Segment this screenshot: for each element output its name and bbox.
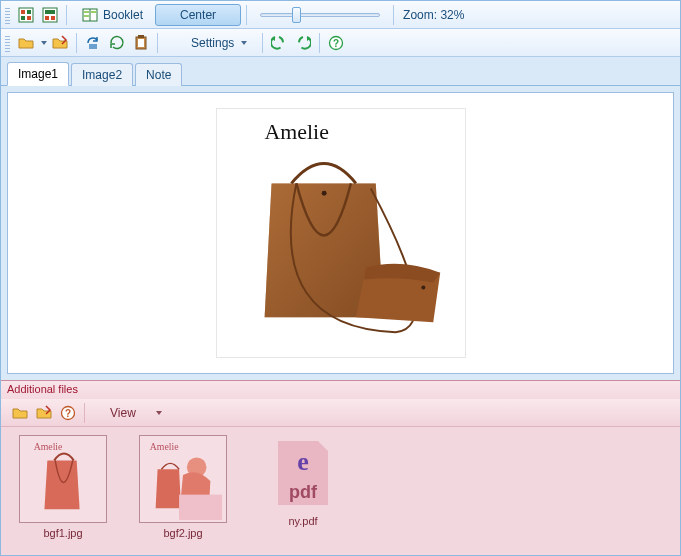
file-thumb[interactable]: e pdf ny.pdf <box>249 435 357 547</box>
content-area: Amelie <box>1 86 680 380</box>
separator <box>393 5 394 25</box>
thumbnail-image: Amelie <box>19 435 107 523</box>
pdf-icon: e pdf <box>271 435 335 511</box>
svg-rect-14 <box>89 44 97 49</box>
file-thumb[interactable]: Amelie bgf1.jpg <box>9 435 117 547</box>
additional-toolbar: ? View <box>1 399 680 427</box>
brand-logo: Amelie <box>264 120 328 144</box>
svg-rect-1 <box>21 10 25 14</box>
refresh-cw-button[interactable] <box>292 32 314 54</box>
svg-rect-6 <box>45 10 55 14</box>
tab-label: Note <box>146 68 171 82</box>
svg-rect-13 <box>84 15 89 17</box>
separator <box>66 5 67 25</box>
zoom-slider-thumb[interactable] <box>292 7 301 23</box>
center-button[interactable]: Center <box>155 4 241 26</box>
add-open-folder-alt-button[interactable] <box>33 402 55 424</box>
separator <box>246 5 247 25</box>
file-thumb[interactable]: Amelie bgf2.jpg <box>129 435 237 547</box>
svg-text:Amelie: Amelie <box>150 441 179 452</box>
svg-rect-4 <box>27 16 31 20</box>
open-folder-button[interactable] <box>15 32 37 54</box>
separator <box>262 33 263 53</box>
thumbnail-image: Amelie <box>139 435 227 523</box>
svg-rect-17 <box>138 35 144 38</box>
additional-files-section: Additional files ? View Amelie <box>1 380 680 555</box>
file-name: bgf1.jpg <box>43 527 82 539</box>
svg-rect-2 <box>27 10 31 14</box>
pdf-ext-label: pdf <box>278 482 328 503</box>
svg-point-21 <box>421 286 425 290</box>
rotate-image-button[interactable] <box>82 32 104 54</box>
view-label: View <box>110 406 136 420</box>
grip[interactable] <box>5 6 10 24</box>
svg-text:Amelie: Amelie <box>34 441 63 452</box>
thumbnails-area: Amelie bgf1.jpg Amelie <box>1 427 680 555</box>
settings-button[interactable]: Settings <box>181 32 257 54</box>
zoom-label: Zoom: 32% <box>403 8 464 22</box>
tab-note[interactable]: Note <box>135 63 182 86</box>
file-name: ny.pdf <box>288 515 317 527</box>
svg-rect-8 <box>51 16 55 20</box>
tab-image1[interactable]: Image1 <box>7 62 69 86</box>
additional-files-header: Additional files <box>1 381 680 399</box>
tab-image2[interactable]: Image2 <box>71 63 133 86</box>
booklet-icon <box>82 7 98 23</box>
file-name: bgf2.jpg <box>163 527 202 539</box>
svg-rect-29 <box>179 495 222 520</box>
booklet-button[interactable]: Booklet <box>72 4 153 26</box>
refresh-ccw-button[interactable] <box>268 32 290 54</box>
help-button[interactable]: ? <box>325 32 347 54</box>
secondary-toolbar: Settings ? <box>1 29 680 57</box>
open-folder-alt-button[interactable] <box>49 32 71 54</box>
svg-rect-16 <box>138 39 144 47</box>
separator <box>319 33 320 53</box>
view-button[interactable]: View <box>100 402 172 424</box>
svg-rect-11 <box>84 11 89 13</box>
image-preview-panel: Amelie <box>7 92 674 374</box>
svg-text:?: ? <box>333 38 339 49</box>
svg-point-20 <box>321 191 326 196</box>
layout-icon-1[interactable] <box>15 4 37 26</box>
preview-image: Amelie <box>216 108 466 358</box>
svg-text:?: ? <box>65 408 71 419</box>
add-open-folder-button[interactable] <box>9 402 31 424</box>
svg-rect-3 <box>21 16 25 20</box>
layout-icon-2[interactable] <box>39 4 61 26</box>
separator <box>76 33 77 53</box>
tab-label: Image2 <box>82 68 122 82</box>
separator <box>157 33 158 53</box>
svg-rect-12 <box>91 11 96 13</box>
chevron-down-icon <box>156 411 162 415</box>
separator <box>84 403 85 423</box>
clipboard-button[interactable] <box>130 32 152 54</box>
settings-label: Settings <box>191 36 234 50</box>
chevron-down-icon <box>241 41 247 45</box>
grip[interactable] <box>5 34 10 52</box>
svg-rect-7 <box>45 16 49 20</box>
prev-image-button[interactable] <box>106 32 128 54</box>
tab-label: Image1 <box>18 67 58 81</box>
center-label: Center <box>180 8 216 22</box>
add-help-button[interactable]: ? <box>57 402 79 424</box>
main-toolbar: Booklet Center Zoom: 32% <box>1 1 680 29</box>
booklet-label: Booklet <box>103 8 143 22</box>
open-folder-dropdown[interactable] <box>41 41 47 45</box>
tabs-row: Image1 Image2 Note <box>1 57 680 86</box>
zoom-slider[interactable] <box>260 5 380 25</box>
